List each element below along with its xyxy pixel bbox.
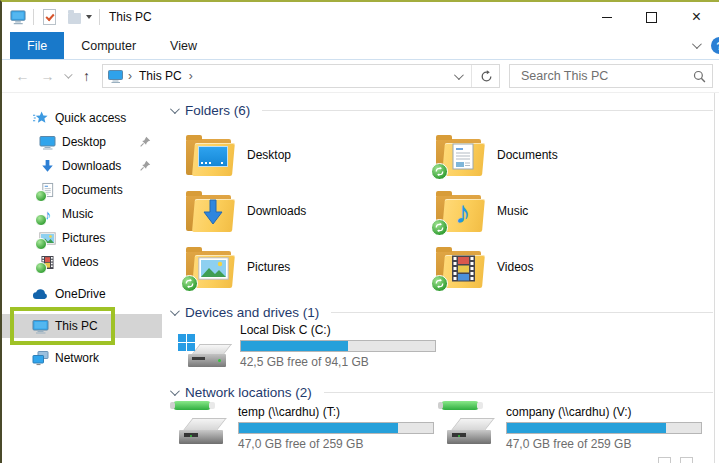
tab-view[interactable]: View [153, 32, 214, 59]
sidebar-item-videos[interactable]: Videos [2, 250, 162, 274]
sidebar-label: OneDrive [55, 287, 106, 301]
disk-usage-bar [506, 422, 702, 434]
address-bar[interactable]: › This PC › [102, 64, 500, 88]
search-box[interactable] [509, 64, 713, 88]
section-header-devices: Devices and drives (1) [168, 303, 719, 321]
desktop-monitor-icon [39, 134, 56, 151]
minimize-button[interactable] [584, 2, 629, 32]
sync-badge [431, 219, 448, 236]
picture-icon [39, 230, 56, 247]
file-explorer-window: This PC × File Computer View ? ← → ↑ › T… [0, 0, 719, 463]
sidebar-item-quick-access[interactable]: Quick access [2, 106, 162, 130]
collapse-section-icon[interactable] [170, 104, 180, 114]
section-header-folders: Folders (6) [168, 101, 719, 119]
back-button[interactable]: ← [10, 69, 35, 83]
titlebar: This PC × [2, 2, 719, 32]
sync-badge [431, 163, 448, 180]
drive-free-space: 42,5 GB free of 94,1 GB [240, 355, 436, 369]
network-locations-grid: temp (\\cardhu) (T:) 47,0 GB free of 259… [176, 405, 719, 457]
sidebar-item-music[interactable]: ♪ Music [2, 202, 162, 226]
up-button[interactable]: ↑ [74, 69, 99, 83]
folder-tile-videos[interactable]: Videos [436, 243, 686, 291]
collapse-section-icon[interactable] [170, 306, 180, 316]
onedrive-cloud-icon [32, 286, 49, 303]
folder-label: Downloads [247, 204, 306, 218]
expand-ribbon-icon[interactable] [692, 39, 702, 49]
folder-label: Videos [497, 260, 533, 274]
window-controls: × [584, 2, 719, 32]
section-title: Network locations (2) [185, 385, 312, 400]
folder-label: Desktop [247, 148, 291, 162]
sync-badge [35, 238, 47, 250]
drive-tile-temp[interactable]: temp (\\cardhu) (T:) 47,0 GB free of 259… [176, 405, 444, 457]
documents-folder-icon [436, 133, 483, 177]
collapse-section-icon[interactable] [170, 386, 180, 396]
sync-badge [431, 275, 448, 292]
address-dropdown-icon[interactable] [454, 70, 464, 80]
help-button[interactable]: ? [711, 37, 719, 54]
close-button[interactable]: × [674, 2, 719, 32]
pin-icon[interactable] [139, 135, 152, 151]
pin-icon[interactable] [139, 159, 152, 175]
drive-name: company (\\cardhu) (V:) [506, 405, 702, 419]
maximize-icon [646, 12, 657, 23]
quick-access-star-icon [32, 110, 49, 127]
download-arrow-icon [39, 158, 56, 175]
new-folder-icon[interactable] [66, 9, 82, 25]
folder-tile-pictures[interactable]: Pictures [186, 243, 436, 291]
folder-tile-desktop[interactable]: Desktop [186, 131, 436, 179]
refresh-icon[interactable] [476, 70, 497, 83]
folder-label: Pictures [247, 260, 290, 274]
section-title: Devices and drives (1) [185, 305, 319, 320]
maximize-button[interactable] [629, 2, 674, 32]
folder-label: Documents [497, 148, 558, 162]
drive-name: Local Disk C (C:) [240, 323, 436, 337]
sync-badge [35, 214, 47, 226]
items-view: Folders (6) Desktop [162, 93, 719, 463]
breadcrumb-this-pc[interactable]: This PC [139, 69, 182, 83]
sidebar-item-documents[interactable]: Documents [2, 178, 162, 202]
search-input[interactable] [519, 68, 693, 84]
pictures-folder-icon [186, 245, 233, 289]
folder-tile-music[interactable]: ♪ Music [436, 187, 686, 235]
recent-locations-dropdown-icon[interactable] [60, 73, 74, 79]
customize-toolbar-dropdown-icon[interactable] [86, 15, 92, 19]
ribbon-tab-bar: File Computer View ? [2, 32, 719, 60]
folder-label: Music [497, 204, 528, 218]
sidebar-item-downloads[interactable]: Downloads [2, 154, 162, 178]
breadcrumb-separator-2[interactable]: › [189, 69, 193, 83]
section-divider [331, 312, 713, 313]
drive-name: temp (\\cardhu) (T:) [238, 405, 434, 419]
minimize-icon [602, 17, 612, 18]
titlebar-separator [33, 9, 34, 25]
sidebar-item-desktop[interactable]: Desktop [2, 130, 162, 154]
icons-view-button[interactable] [680, 457, 693, 463]
drive-tile-company[interactable]: company (\\cardhu) (V:) 47,0 GB free of … [444, 405, 712, 457]
tab-computer[interactable]: Computer [64, 32, 153, 59]
forward-button[interactable]: → [35, 69, 60, 83]
sidebar-item-onedrive[interactable]: OneDrive [2, 282, 162, 306]
titlebar-separator-2 [99, 9, 100, 25]
folder-tile-documents[interactable]: Documents [436, 131, 686, 179]
disk-usage-bar [238, 422, 434, 434]
view-toggle-buttons [658, 457, 693, 463]
search-icon[interactable] [693, 70, 706, 83]
sidebar-label: Documents [62, 183, 123, 197]
sidebar-label: Downloads [62, 159, 121, 173]
annotation-highlight [10, 307, 115, 345]
navigation-pane: Quick access Desktop Downloads [2, 93, 162, 463]
windows-logo-icon [178, 334, 195, 351]
tab-file[interactable]: File [10, 32, 64, 59]
address-divider [471, 65, 472, 87]
details-view-button[interactable] [658, 457, 671, 463]
folder-tile-downloads[interactable]: Downloads [186, 187, 436, 235]
vertical-scrollbar[interactable] [714, 93, 715, 463]
properties-icon[interactable] [41, 9, 57, 25]
sidebar-label: Videos [62, 255, 98, 269]
sidebar-item-network[interactable]: Network [2, 346, 162, 370]
music-folder-icon: ♪ [436, 189, 483, 233]
drive-tile-local-disk[interactable]: Local Disk C (C:) 42,5 GB free of 94,1 G… [178, 323, 719, 371]
sidebar-item-this-pc[interactable]: This PC [2, 314, 162, 338]
navigation-toolbar: ← → ↑ › This PC › [2, 60, 719, 93]
sidebar-item-pictures[interactable]: Pictures [2, 226, 162, 250]
